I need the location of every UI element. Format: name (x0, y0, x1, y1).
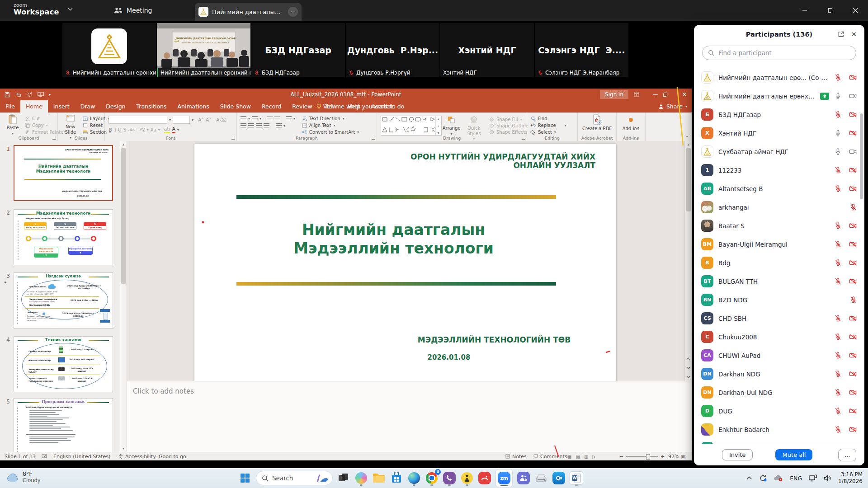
person-yellow-app-icon[interactable] (460, 470, 474, 486)
viber-icon[interactable] (443, 470, 456, 486)
tray-chevron-up-icon[interactable] (746, 476, 752, 480)
chrome-icon[interactable]: U (425, 470, 439, 486)
slideshow-view-button[interactable]: ▷ (592, 454, 596, 459)
camera-off-icon[interactable] (849, 352, 857, 359)
ppt-tab-slide-show[interactable]: Slide Show (215, 100, 256, 113)
volume-tray-icon[interactable] (824, 475, 831, 482)
camera-off-icon[interactable] (849, 389, 857, 396)
mic-muted-icon[interactable] (834, 426, 842, 433)
weather-widget[interactable]: 8°FCloudy (6, 470, 41, 483)
camera-off-icon[interactable] (849, 111, 857, 118)
ppt-tab-record[interactable]: Record (256, 100, 287, 113)
mic-muted-icon[interactable] (849, 203, 857, 211)
columns-button[interactable] (276, 123, 282, 128)
participant-row[interactable]: DN Darkhan NDG (694, 365, 864, 383)
add-ins-button[interactable]: Add-ins (622, 114, 640, 135)
ppt-tab-file[interactable]: File (0, 100, 20, 113)
display-settings-icon[interactable] (42, 452, 47, 460)
mic-muted-icon[interactable] (834, 333, 842, 341)
reading-view-button[interactable]: ▥ (584, 454, 588, 459)
notes-pane[interactable]: Click to add notes (127, 381, 692, 452)
participant-row[interactable]: D DUG (694, 402, 864, 420)
camera-off-icon[interactable] (849, 222, 857, 230)
replace-button[interactable]: abReplace▾ (531, 122, 566, 128)
mic-muted-icon[interactable] (849, 296, 857, 304)
mute-all-button[interactable]: Mute all (775, 449, 812, 460)
bold-button[interactable]: B (108, 127, 112, 133)
camera-off-icon[interactable] (849, 166, 857, 174)
shape-effects-button[interactable]: Shape Effects▾ (489, 130, 533, 135)
mic-muted-icon[interactable] (834, 389, 842, 396)
mic-on-icon[interactable] (834, 129, 842, 137)
slide-scrollbar[interactable]: ▴ (684, 141, 692, 381)
participant-row[interactable]: Б БЗД НДГазар (694, 105, 864, 124)
video-tile[interactable]: Сэлэнгэ НДГ Э.... Сэлэнгэ НДГ Э.Наранбая… (535, 23, 628, 77)
close-icon[interactable]: ✕ (851, 30, 857, 38)
slide-sorter-view-button[interactable]: ▤ (576, 454, 580, 459)
participant-row[interactable]: CS CHD SBH (694, 309, 864, 328)
language-status[interactable]: English (United States) (53, 452, 110, 460)
create-pdf-button[interactable]: Create a PDF (582, 114, 612, 135)
participant-row[interactable]: AB Altantsetseg B (694, 179, 864, 198)
decrease-indent-button[interactable] (267, 116, 273, 121)
ppt-tab-animations[interactable]: Animations (172, 100, 215, 113)
participant-row[interactable]: Сүхбаатар аймаг НДГ (694, 142, 864, 161)
ppt-restore-button[interactable] (663, 92, 677, 97)
network-tray-icon[interactable] (809, 474, 817, 482)
mic-muted-icon[interactable] (834, 259, 842, 267)
microsoft-store-icon[interactable] (390, 470, 403, 486)
camera-off-icon[interactable] (849, 259, 857, 267)
highlight-color-button[interactable]: ab (164, 126, 170, 133)
drawing-dialog-launcher[interactable] (522, 136, 525, 140)
line-spacing-button[interactable] (286, 116, 292, 121)
mic-muted-icon[interactable] (834, 277, 842, 285)
chevron-down-icon[interactable] (68, 8, 73, 11)
sign-in-button[interactable]: Sign in (600, 90, 628, 99)
clock-widget[interactable]: 3:16 PM 1/8/2026 (838, 471, 863, 485)
ppt-minimize-button[interactable]: — (648, 91, 663, 98)
ribbon-display-options-icon[interactable] (634, 92, 648, 97)
participant-row[interactable]: 1 112233 (694, 161, 864, 179)
mic-muted-icon[interactable] (834, 111, 842, 118)
slide-thumbnail-1[interactable]: ОРОН НУТГИЙН УДИРДЛАГУУДТАЙ ХИЙХ ОНЛАЙН … (14, 145, 113, 201)
numbering-button[interactable] (252, 116, 258, 121)
minimize-button[interactable] (792, 0, 817, 21)
camera-off-icon[interactable] (849, 426, 857, 433)
font-dialog-launcher[interactable] (231, 136, 235, 140)
ppt-tab-review[interactable]: Review (287, 100, 318, 113)
camera-off-icon[interactable] (849, 314, 857, 322)
quick-styles-button[interactable]: Quick Styles▾ (462, 116, 486, 135)
video-tile-active-speaker[interactable]: НИЙГМИЙН ДААТГАЛЫН ЕРӨНХИЙ ГАЗАР GENERAL… (157, 23, 250, 77)
search-input[interactable] (717, 49, 850, 57)
clear-formatting-button[interactable]: A⌫ (216, 117, 226, 123)
pop-out-icon[interactable] (838, 31, 844, 38)
participant-row[interactable]: X Хэнтий НДГ (694, 124, 864, 142)
video-tile[interactable]: БЗД НДГазар БЗД НДГазар (251, 23, 345, 77)
font-size-combobox[interactable] (173, 116, 190, 124)
task-view-icon[interactable] (337, 470, 350, 486)
onedrive-error-tray-icon[interactable] (774, 474, 783, 482)
participant-row[interactable]: arkhangai (694, 198, 864, 216)
language-indicator[interactable]: ENG (790, 475, 802, 482)
taskbar-search-box[interactable]: Search (256, 471, 333, 485)
slide-thumbnail-3[interactable]: Нэгдсэн сүлжээ Шилэн кабель 2025 онд Хур… (14, 272, 113, 328)
convert-smartart-button[interactable]: Convert to SmartArt▾ (302, 129, 359, 135)
notes-toggle[interactable]: Notes (505, 452, 527, 460)
video-tile[interactable]: Дундговь Р.Нэр... Дундговь Р.Нэргүй (346, 23, 439, 77)
camera-off-icon[interactable] (849, 277, 857, 285)
accessibility-status[interactable]: Accessibility: Good to go (118, 452, 186, 460)
tab-more-button[interactable]: ⋯ (288, 7, 298, 17)
strikethrough-button[interactable]: S (123, 127, 127, 133)
shrink-font-button[interactable]: A˅ (206, 117, 212, 123)
select-button[interactable]: Select▾ (531, 129, 566, 135)
font-color-button[interactable]: A (172, 126, 175, 133)
thumbnail-scrollbar[interactable]: ▴ ▾ (120, 141, 127, 452)
change-case-button[interactable]: Aa (151, 127, 156, 132)
shapes-scroll[interactable]: ▴▾▼ (435, 116, 441, 135)
fit-to-window-button[interactable]: ▣ (681, 452, 685, 460)
notes-placeholder[interactable]: Click to add notes (133, 387, 194, 395)
teams-icon[interactable] (517, 470, 530, 486)
slide-title-text[interactable]: Нийгмийн даатгалын Мэдээллийн технологи (171, 221, 616, 258)
text-direction-button[interactable]: Text Direction▾ (302, 116, 359, 121)
participant-row[interactable]: BN BZD NDG (694, 291, 864, 309)
